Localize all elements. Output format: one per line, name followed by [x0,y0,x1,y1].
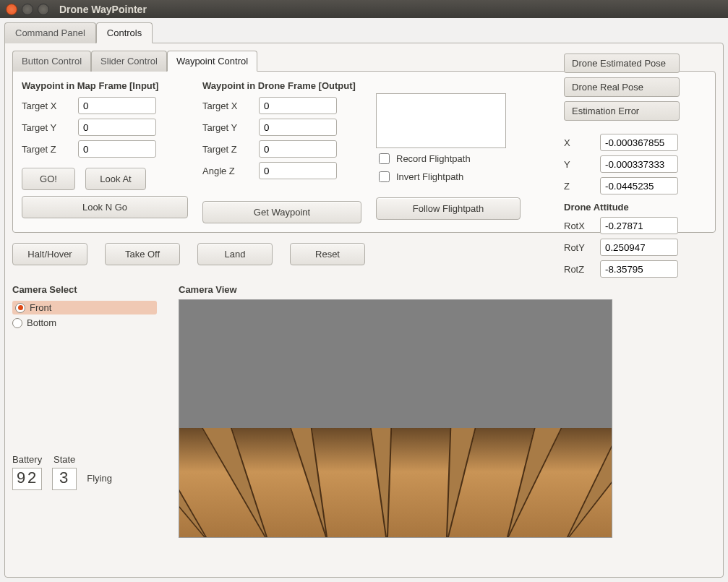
map-target-z-label: Target Z [22,144,72,155]
radio-icon [15,303,25,313]
pose-y-label: Y [564,159,593,170]
drone-angle-z-output[interactable] [259,162,337,179]
get-waypoint-button[interactable]: Get Waypoint [202,201,361,223]
drone-angle-z-label: Angle Z [202,166,253,176]
radio-icon [12,318,22,328]
record-flightpath-label: Record Flightpath [396,153,471,164]
pose-y-value[interactable] [600,155,678,173]
drone-estimated-pose-button[interactable]: Drone Estimated Pose [564,54,680,73]
state-text: Flying [87,473,112,484]
map-target-x-input[interactable] [78,97,156,114]
map-target-y-input[interactable] [78,119,156,136]
drone-target-z-label: Target Z [202,144,253,155]
go-button[interactable]: GO! [22,168,75,190]
map-target-x-label: Target X [22,100,72,111]
map-target-z-input[interactable] [78,140,156,158]
pose-x-label: X [564,137,593,148]
roty-label: RotY [564,242,593,253]
camera-view-canvas [179,299,612,538]
take-off-button[interactable]: Take Off [105,243,180,265]
camera-select-title: Camera Select [12,284,157,295]
halt-hover-button[interactable]: Halt/Hover [12,243,87,265]
camera-view-title: Camera View [179,284,716,295]
rotx-label: RotX [564,221,593,231]
window-title: Drone WayPointer [59,4,147,15]
rotx-value[interactable] [600,217,678,234]
drone-target-z-output[interactable] [259,140,337,158]
battery-value: 92 [12,468,41,490]
pose-z-label: Z [564,181,593,192]
maximize-icon[interactable] [38,4,49,15]
map-frame-title: Waypoint in Map Frame [Input] [22,80,188,91]
look-n-go-button[interactable]: Look N Go [22,196,188,218]
map-target-y-label: Target Y [22,122,72,133]
estimation-error-button[interactable]: Estimation Error [564,101,680,121]
tab-waypoint-control[interactable]: Waypoint Control [167,51,257,72]
minimize-icon[interactable] [22,4,33,15]
invert-flightpath-label: Invert Flightpath [396,171,463,182]
pose-x-value[interactable] [600,134,678,151]
camera-bottom-label: Bottom [27,317,56,328]
follow-flightpath-button[interactable]: Follow Flightpath [376,197,521,220]
state-label: State [53,454,75,465]
reset-button[interactable]: Reset [290,243,365,265]
rotz-label: RotZ [564,264,593,275]
close-icon[interactable] [6,4,17,15]
state-number: 3 [52,468,77,490]
tab-button-control[interactable]: Button Control [12,51,91,72]
battery-label: Battery [12,454,42,465]
camera-bottom-radio[interactable]: Bottom [12,317,157,328]
pose-z-value[interactable] [600,177,678,194]
drone-target-y-output[interactable] [259,119,337,136]
flightpath-textarea[interactable] [376,93,506,148]
drone-target-y-label: Target Y [202,122,253,133]
drone-frame-title: Waypoint in Drone Frame [Output] [202,80,361,91]
land-button[interactable]: Land [197,243,273,265]
roty-value[interactable] [600,239,678,256]
tab-command-panel[interactable]: Command Panel [4,22,96,43]
look-at-button[interactable]: Look At [85,168,146,190]
drone-target-x-label: Target X [202,100,253,111]
rotz-value[interactable] [600,260,678,278]
tab-slider-control[interactable]: Slider Control [91,51,167,72]
tab-controls[interactable]: Controls [96,22,153,43]
drone-target-x-output[interactable] [259,97,337,114]
invert-flightpath-checkbox[interactable] [379,171,390,182]
titlebar: Drone WayPointer [0,0,728,18]
camera-front-label: Front [30,302,51,313]
record-flightpath-checkbox[interactable] [379,153,390,164]
camera-front-radio[interactable]: Front [12,301,157,314]
drone-attitude-title: Drone Attitude [564,202,710,213]
drone-real-pose-button[interactable]: Drone Real Pose [564,77,680,97]
